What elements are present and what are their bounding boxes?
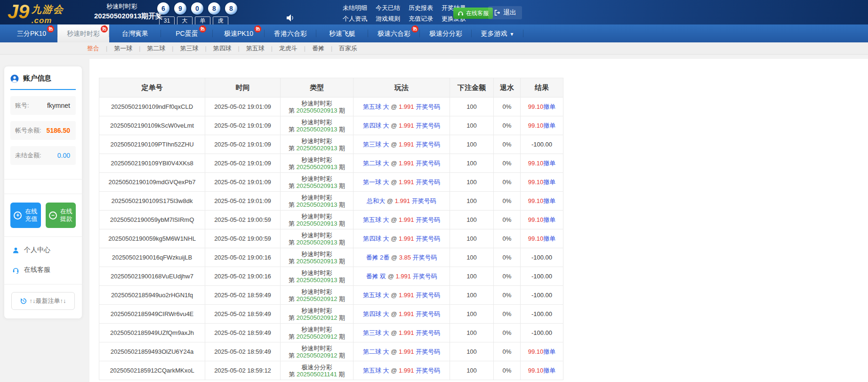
subnav-item[interactable]: 第三球 [165,44,198,53]
draw-number-link[interactable]: 开奖号码 [416,367,440,374]
latest-bets-button[interactable]: ↑↓最新注单↑↓ [11,292,75,310]
order-number-cell: 20250502190059kg5M6W1NHL [99,229,205,248]
play-link[interactable]: 第五球 大 [363,292,389,299]
online-service-button[interactable]: 在线客服 [453,8,493,19]
win-amount: 99.10 [528,235,544,242]
draw-number-link[interactable]: 开奖号码 [416,235,440,242]
period-line: 第 202505021141 期 [281,371,353,378]
play-link[interactable]: 第四球 大 [363,310,389,317]
play-link[interactable]: 第五球 大 [363,103,389,110]
header-amount: 下注金额 [450,78,494,98]
draw-number-link[interactable]: 开奖号码 [416,292,440,299]
top-menu-link[interactable]: 充值记录 [409,14,433,24]
subnav-item[interactable]: 第一球 [99,44,132,53]
nav-tab[interactable]: 秒速飞艇 [316,24,368,42]
nav-tab[interactable]: PC蛋蛋热 [161,24,213,42]
logout-button[interactable]: 退出 [488,6,522,19]
subnav-item[interactable]: 第四球 [198,44,231,53]
play-link[interactable]: 第五球 大 [363,367,389,374]
site-logo[interactable]: J9 九游会 .com [8,1,64,25]
bet-amount-cell: 100 [450,116,494,135]
subnav-link[interactable]: 番摊 [312,44,324,53]
draw-number-link[interactable]: 开奖号码 [412,197,436,204]
subnav-link[interactable]: 百家乐 [339,44,357,53]
subnav-link[interactable]: 整合 [87,44,99,53]
bet-time-cell: 2025-05-02 19:00:59 [205,229,281,248]
cancel-link[interactable]: 撤单 [543,179,555,186]
subnav-link[interactable]: 第五球 [246,44,265,53]
play-link[interactable]: 第四球 大 [363,122,389,129]
subnav-link[interactable]: 龙虎斗 [279,44,297,53]
bet-type-cell: 秒速时时彩 第 202505020913 期 [281,192,354,211]
cancel-link[interactable]: 撤单 [543,122,555,129]
nav-tab-label: 极速PK10热 [224,30,253,37]
draw-number-link[interactable]: 开奖号码 [416,160,440,167]
cancel-link[interactable]: 撤单 [543,160,555,167]
game-name: 秒速时时彩 [281,307,353,314]
top-menu-link[interactable]: 未结明细 [343,3,367,13]
subnav-item[interactable]: 龙虎斗 [265,44,297,53]
draw-number-link[interactable]: 开奖号码 [416,103,440,110]
draw-number-link[interactable]: 开奖号码 [413,254,437,261]
subnav-item[interactable]: 番摊 [297,44,324,53]
play-link[interactable]: 番摊 2番 [366,254,389,261]
draw-number-link[interactable]: 开奖号码 [416,329,440,336]
subnav-link[interactable]: 第一球 [114,44,132,53]
result-cell: 99.10撤单 [521,173,563,192]
nav-tab[interactable]: 香港六合彩 [265,24,316,42]
draw-number-link[interactable]: 开奖号码 [416,122,440,129]
subnav-item[interactable]: 整合 [87,44,99,53]
cancel-link[interactable]: 撤单 [543,103,555,110]
play-link[interactable]: 第二球 大 [363,160,389,167]
nav-tab[interactable]: 台灣賓果 [109,24,161,42]
cancel-link[interactable]: 撤单 [543,235,555,242]
bet-play-cell: 第一球 大 @ 1.991 开奖号码 [354,173,450,192]
draw-number-link[interactable]: 开奖号码 [416,348,440,355]
top-menu-link[interactable]: 历史报表 [409,3,433,13]
speaker-icon[interactable] [286,14,296,22]
play-link[interactable]: 番摊 双 [366,273,386,280]
personal-center-link[interactable]: 个人中心 [10,237,76,257]
bet-type-cell: 秒速时时彩 第 202505020913 期 [281,116,354,135]
nav-tab[interactable]: 极速分分彩 [420,24,472,42]
game-name: 秒速时时彩 [281,138,353,145]
subnav-item[interactable]: 第五球 [232,44,265,53]
play-link[interactable]: 第一球 大 [363,179,389,186]
draw-number-link[interactable]: 开奖号码 [416,141,440,148]
recharge-line1: 在线 [25,208,37,215]
draw-number-link[interactable]: 开奖号码 [416,310,440,317]
online-service-link[interactable]: 在线客服 [10,257,76,276]
latest-bets-label: ↑↓最新注单↑↓ [30,297,66,305]
cancel-link[interactable]: 撤单 [543,197,555,204]
nav-tab[interactable]: 极速PK10热 [213,24,265,42]
subnav-link[interactable]: 第二球 [147,44,165,53]
draw-number-link[interactable]: 开奖号码 [413,273,437,280]
odds-value: 1.991 [399,310,414,317]
header-type: 类型 [281,78,354,98]
online-recharge-button[interactable]: + 在线 充值 [10,203,41,228]
play-link[interactable]: 第二球 大 [363,348,389,355]
online-withdraw-button[interactable]: − 在线 提款 [46,203,76,228]
subnav-item[interactable]: 第二球 [132,44,165,53]
play-link[interactable]: 总和大 [367,197,385,204]
nav-tab[interactable]: 三分PK10热 [6,24,57,42]
subnav-link[interactable]: 第四球 [213,44,232,53]
draw-number-link[interactable]: 开奖号码 [416,179,440,186]
nav-tab[interactable]: 更多游戏▼ [472,24,523,42]
cancel-link[interactable]: 撤单 [543,216,555,223]
subnav-link[interactable]: 第三球 [180,44,198,53]
play-link[interactable]: 第四球 大 [363,235,389,242]
cancel-link[interactable]: 撤单 [543,367,555,374]
play-link[interactable]: 第三球 大 [363,329,389,336]
top-menu-link[interactable]: 今天已结 [376,3,400,13]
top-menu-link[interactable]: 个人资讯 [343,14,367,24]
play-link[interactable]: 第五球 大 [363,216,389,223]
nav-tab[interactable]: 秒速时时彩热 [57,24,109,42]
nav-tab[interactable]: 极速六合彩热 [368,24,420,42]
cancel-link[interactable]: 撤单 [543,348,555,355]
subnav-item[interactable]: 百家乐 [324,44,357,53]
top-menu: 未结明细 今天已结 历史报表 开奖结果 个人资讯 游戏规则 充值记录 更换皮肤 [343,3,466,25]
draw-number-link[interactable]: 开奖号码 [416,216,440,223]
play-link[interactable]: 第三球 大 [363,141,389,148]
top-menu-link[interactable]: 游戏规则 [376,14,400,24]
